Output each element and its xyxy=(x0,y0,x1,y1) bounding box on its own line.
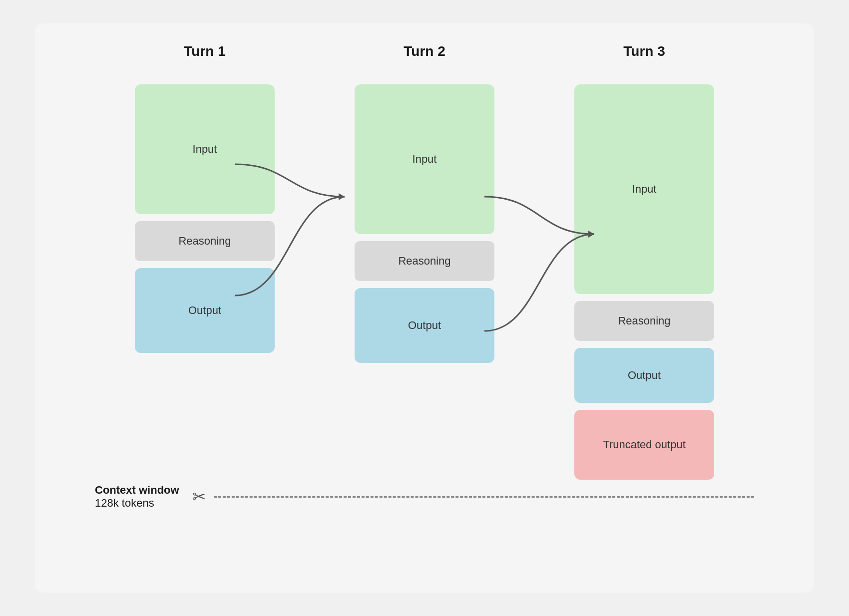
turns-header: Turn 1 Turn 2 Turn 3 xyxy=(65,43,784,59)
turn2-reasoning-block: Reasoning xyxy=(355,241,494,281)
turn1-output-block: Output xyxy=(135,268,275,353)
turn2-column: Input Reasoning Output xyxy=(355,84,494,363)
turn3-column: Input Reasoning Output Truncated output xyxy=(574,84,714,480)
turn1-column: Input Reasoning Output xyxy=(135,84,275,353)
diagram-container: Turn 1 Turn 2 Turn 3 Input Reasoning Out… xyxy=(35,23,814,593)
turn3-input-block: Input xyxy=(574,84,714,294)
context-row: Context window 128k tokens ✂ xyxy=(65,484,784,510)
turn3-truncated-block: Truncated output xyxy=(574,410,714,480)
turn3-label: Turn 3 xyxy=(574,43,714,59)
arrow1-head xyxy=(339,193,345,200)
turn1-input-block: Input xyxy=(135,84,275,214)
turn2-output-block: Output xyxy=(355,288,494,363)
diagram-body: Input Reasoning Output Input Reasoning O… xyxy=(65,69,784,479)
scissors-icon: ✂ xyxy=(192,487,206,506)
turn1-reasoning-block: Reasoning xyxy=(135,221,275,261)
turn2-label: Turn 2 xyxy=(355,43,494,59)
context-label: Context window 128k tokens xyxy=(95,484,179,510)
context-window-line xyxy=(214,496,754,498)
turn3-reasoning-block: Reasoning xyxy=(574,301,714,341)
turn3-output-block: Output xyxy=(574,348,714,403)
turn2-input-block: Input xyxy=(355,84,494,234)
turn1-label: Turn 1 xyxy=(135,43,275,59)
